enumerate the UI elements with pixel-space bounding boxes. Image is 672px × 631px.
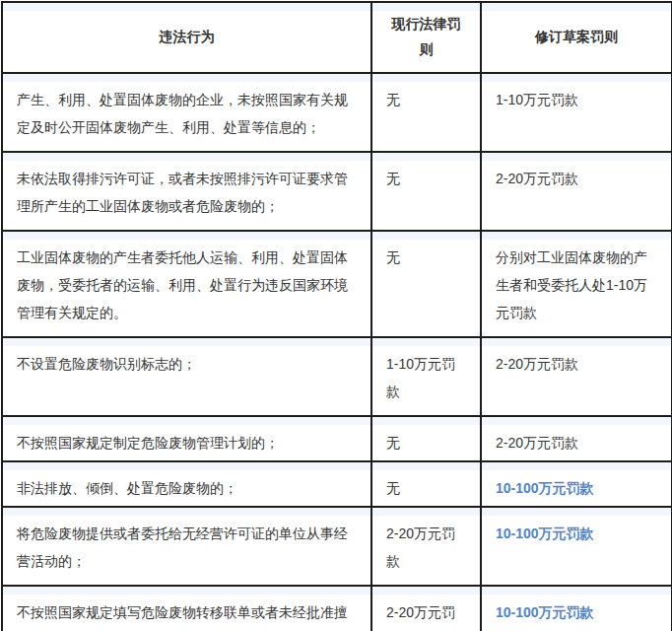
behavior-cell: 工业固体废物的产生者委托他人运输、利用、处置固体废物，受委托者的运输、利用、处置…: [2, 231, 371, 337]
table-row: 未依法取得排污许可证，或者未按照排污许可证要求管理所产生的工业固体废物或者危险废…: [2, 152, 672, 231]
current-penalty-cell: 2-20万元罚款: [371, 586, 481, 631]
table-row: 不按照国家规定填写危险废物转移联单或者未经批准擅自转移危险废物的； 2-20万元…: [2, 586, 672, 631]
behavior-cell: 非法排放、倾倒、处置危险废物的；: [2, 461, 371, 507]
header-current-penalty: 现行法律罚则: [371, 2, 481, 73]
current-penalty-cell: 无: [371, 231, 481, 337]
table-row: 将危险废物提供或者委托给无经营许可证的单位从事经营活动的； 2-20万元罚款 1…: [2, 507, 672, 586]
revised-penalty-cell: 分别对工业固体废物的产生者和受委托人处1-10万元罚款: [481, 231, 672, 337]
current-penalty-cell: 无: [371, 73, 481, 152]
revised-penalty-cell: 2-20万元罚款: [481, 337, 672, 416]
revised-penalty-cell: 10-100万元罚款: [481, 586, 672, 631]
header-violation: 违法行为: [2, 2, 371, 73]
revised-penalty-cell: 10-100万元罚款: [481, 461, 672, 507]
current-penalty-cell: 1-10万元罚款: [371, 337, 481, 416]
behavior-cell: 未依法取得排污许可证，或者未按照排污许可证要求管理所产生的工业固体废物或者危险废…: [2, 152, 371, 231]
header-revised-penalty: 修订草案罚则: [481, 2, 672, 73]
behavior-cell: 将危险废物提供或者委托给无经营许可证的单位从事经营活动的；: [2, 507, 371, 586]
behavior-cell: 产生、利用、处置固体废物的企业，未按照国家有关规定及时公开固体废物产生、利用、处…: [2, 73, 371, 152]
behavior-cell: 不按照国家规定制定危险废物管理计划的；: [2, 416, 371, 461]
current-penalty-cell: 2-20万元罚款: [371, 507, 481, 586]
table-row: 非法排放、倾倒、处置危险废物的； 无 10-100万元罚款: [2, 461, 672, 507]
behavior-cell: 不设置危险废物识别标志的；: [2, 337, 371, 416]
table-row: 不按照国家规定制定危险废物管理计划的； 无 2-20万元罚款: [2, 416, 672, 461]
table-row: 不设置危险废物识别标志的； 1-10万元罚款 2-20万元罚款: [2, 337, 672, 416]
current-penalty-cell: 无: [371, 461, 481, 507]
revised-penalty-cell: 2-20万元罚款: [481, 152, 672, 231]
penalty-comparison-table: 违法行为 现行法律罚则 修订草案罚则 产生、利用、处置固体废物的企业，未按照国家…: [1, 1, 672, 631]
revised-penalty-cell: 2-20万元罚款: [481, 416, 672, 461]
table-row: 产生、利用、处置固体废物的企业，未按照国家有关规定及时公开固体废物产生、利用、处…: [2, 73, 672, 152]
table-row: 工业固体废物的产生者委托他人运输、利用、处置固体废物，受委托者的运输、利用、处置…: [2, 231, 672, 337]
revised-penalty-cell: 1-10万元罚款: [481, 73, 672, 152]
penalty-comparison-page: 违法行为 现行法律罚则 修订草案罚则 产生、利用、处置固体废物的企业，未按照国家…: [0, 0, 672, 631]
behavior-cell: 不按照国家规定填写危险废物转移联单或者未经批准擅自转移危险废物的；: [2, 586, 371, 631]
current-penalty-cell: 无: [371, 152, 481, 231]
revised-penalty-cell: 10-100万元罚款: [481, 507, 672, 586]
table-header-row: 违法行为 现行法律罚则 修订草案罚则: [2, 2, 672, 73]
current-penalty-cell: 无: [371, 416, 481, 461]
